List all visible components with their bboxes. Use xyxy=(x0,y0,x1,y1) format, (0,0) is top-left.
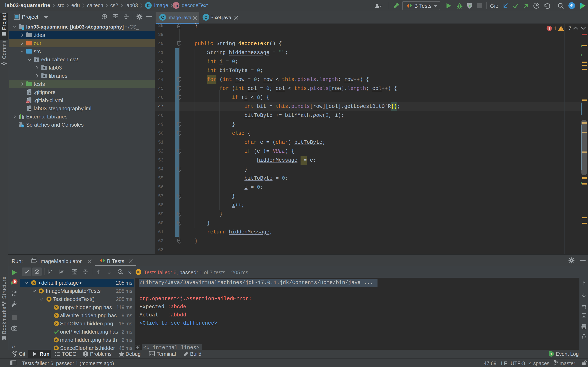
svg-text:a: a xyxy=(51,269,52,272)
svg-text:z: z xyxy=(51,272,52,275)
svg-text:C: C xyxy=(147,3,150,8)
svg-text:C: C xyxy=(161,15,164,20)
svg-text:m: m xyxy=(174,3,178,8)
svg-text:1: 1 xyxy=(550,352,552,356)
svg-text:9: 9 xyxy=(14,280,16,284)
svg-text:C: C xyxy=(204,15,207,20)
svg-text:YML: YML xyxy=(26,101,30,103)
